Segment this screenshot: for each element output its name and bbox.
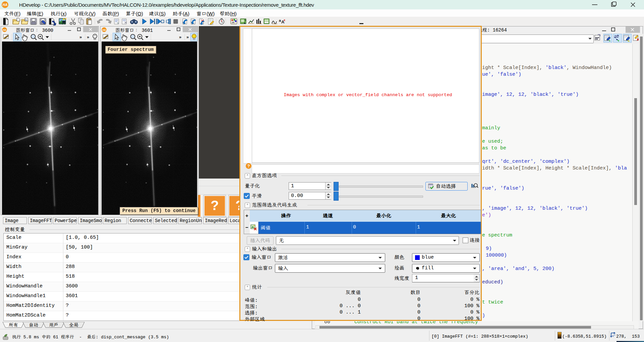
svg-text:所有: 所有 bbox=[9, 322, 18, 328]
svg-text:自动: 自动 bbox=[29, 322, 38, 328]
svg-text:用户: 用户 bbox=[49, 322, 58, 328]
svg-text:HA: HA bbox=[3, 3, 7, 7]
svg-text:全局: 全局 bbox=[69, 322, 78, 328]
svg-text:fx: fx bbox=[25, 18, 27, 21]
svg-text:a: a bbox=[279, 18, 281, 22]
svg-text:»: » bbox=[79, 35, 82, 40]
svg-text:»: » bbox=[179, 35, 181, 40]
svg-text:C: C bbox=[614, 334, 616, 336]
svg-text:»: » bbox=[87, 35, 89, 40]
svg-text:»: » bbox=[186, 35, 189, 40]
svg-text:A: A bbox=[281, 19, 285, 24]
